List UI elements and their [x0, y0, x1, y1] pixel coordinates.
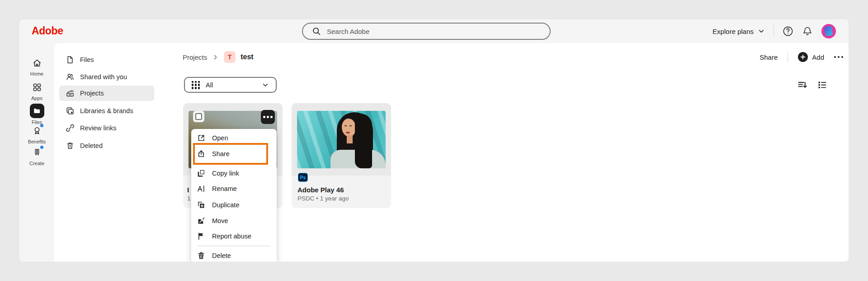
topbar-divider [774, 25, 774, 37]
account-avatar[interactable] [821, 24, 836, 38]
rail-item-files[interactable]: Files [19, 104, 54, 125]
menu-item-report-abuse[interactable]: Report abuse [197, 229, 271, 244]
bell-icon [802, 26, 813, 37]
card-checkbox[interactable] [193, 111, 204, 122]
menu-item-share[interactable]: Share [197, 146, 271, 162]
notification-dot [40, 124, 43, 127]
menu-item-move[interactable]: Move [197, 213, 271, 229]
sidebar-item-projects[interactable]: Projects [59, 86, 154, 101]
benefits-icon [32, 126, 42, 138]
rename-icon [197, 184, 206, 193]
flag-icon [197, 232, 206, 241]
plus-circle-icon [798, 52, 808, 62]
menu-item-rename[interactable]: Rename [197, 181, 271, 196]
rail-label: Apps [31, 95, 42, 101]
sidebar-item-deleted[interactable]: Deleted [59, 138, 154, 153]
menu-item-copy-link[interactable]: Copy link [197, 166, 271, 181]
more-options-button[interactable] [834, 53, 843, 61]
topbar: Adobe Explore plans [19, 19, 849, 43]
page-title: test [241, 53, 253, 61]
sidebar-item-label: Projects [80, 90, 104, 97]
header-actions: Share Add [760, 51, 843, 63]
search-icon [312, 27, 321, 36]
checkbox-box [195, 113, 202, 120]
grid-view-icon [192, 81, 200, 89]
folder-icon [33, 107, 41, 115]
menu-item-label: Report abuse [212, 233, 251, 240]
share-button[interactable]: Share [760, 53, 778, 61]
photo-neck-shape [347, 135, 353, 143]
chevron-down-icon [758, 28, 765, 35]
delete-icon [197, 251, 206, 260]
sidebar-item-shared-with-you[interactable]: Shared with you [59, 69, 154, 85]
photo-eye-shape [349, 125, 352, 126]
document-icon [66, 55, 75, 64]
home-icon [32, 58, 42, 70]
menu-item-label: Move [212, 217, 228, 224]
rail-label: Home [30, 71, 43, 76]
sidebar-item-label: Shared with you [80, 73, 127, 81]
menu-item-label: Delete [212, 252, 231, 259]
sidebar-item-label: Deleted [80, 142, 103, 149]
menu-item-open[interactable]: Open [197, 130, 271, 146]
menu-divider [198, 246, 270, 246]
search-bar[interactable] [302, 23, 551, 40]
add-button[interactable]: Add [798, 52, 824, 62]
sidebar-item-label: Review links [80, 124, 117, 132]
card-title: Adobe Play 46 [297, 186, 344, 194]
project-card-adobe-play-46[interactable]: Ps Adobe Play 46 PSDC • 1 year ago [292, 103, 391, 208]
notifications-button[interactable] [802, 26, 813, 37]
sidebar-item-label: Files [80, 56, 94, 63]
copy-link-icon [197, 169, 206, 178]
explore-plans-button[interactable]: Explore plans [712, 28, 765, 35]
create-icon [32, 148, 42, 159]
projects-icon [66, 89, 75, 98]
people-icon [66, 72, 75, 81]
filter-selected-value: All [206, 81, 213, 89]
menu-item-label: Rename [212, 185, 237, 192]
rail-item-home[interactable]: Home [19, 58, 54, 76]
menu-item-label: Share [212, 150, 230, 157]
question-circle-icon [783, 26, 793, 37]
libraries-icon [66, 106, 75, 115]
rail-item-benefits[interactable]: Benefits [19, 126, 54, 144]
project-thumbnail-portrait[interactable] [297, 111, 386, 168]
menu-item-duplicate[interactable]: Duplicate [197, 197, 271, 213]
content-area: Files Shared with you Projects Libraries… [54, 43, 849, 262]
view-toggles [797, 77, 827, 93]
menu-item-label: Duplicate [212, 201, 239, 209]
list-view-button[interactable] [817, 80, 827, 90]
card-meta: PSDC • 1 year ago [297, 195, 349, 202]
breadcrumb-projects-link[interactable]: Projects [183, 53, 207, 61]
adobe-logo[interactable]: Adobe [32, 25, 63, 37]
sidebar-item-libraries-brands[interactable]: Libraries & brands [59, 103, 154, 119]
menu-item-label: Copy link [212, 170, 239, 177]
avatar-illustration [824, 26, 833, 36]
sidebar-item-review-links[interactable]: Review links [59, 120, 154, 136]
filter-dropdown[interactable]: All [184, 77, 277, 93]
open-icon [197, 133, 206, 143]
share-icon [197, 149, 206, 158]
actions-divider [788, 52, 788, 62]
trash-icon [66, 141, 75, 150]
rail-item-apps[interactable]: Apps [19, 82, 54, 101]
card-more-options-button[interactable] [261, 110, 275, 124]
photo-hair-shape [355, 114, 372, 168]
explore-plans-label: Explore plans [712, 28, 754, 35]
rail-item-create[interactable]: Create [19, 148, 54, 166]
sidebar-item-files[interactable]: Files [59, 52, 154, 67]
topbar-right-cluster: Explore plans [712, 19, 836, 43]
chevron-down-icon [262, 81, 269, 89]
help-button[interactable] [783, 26, 793, 37]
photoshop-badge: Ps [298, 173, 308, 182]
sidebar-item-label: Libraries & brands [80, 107, 133, 114]
photo-face-shape [342, 119, 356, 137]
search-input[interactable] [327, 28, 521, 35]
context-menu: Open Share Copy link Rename Duplicate [191, 129, 277, 262]
sort-icon [797, 80, 807, 90]
screen: Adobe Explore plans [0, 0, 868, 281]
sort-button[interactable] [797, 80, 807, 90]
rail-label: Create [29, 161, 44, 166]
project-initial-badge: T [224, 51, 236, 63]
menu-item-delete[interactable]: Delete [197, 248, 271, 262]
